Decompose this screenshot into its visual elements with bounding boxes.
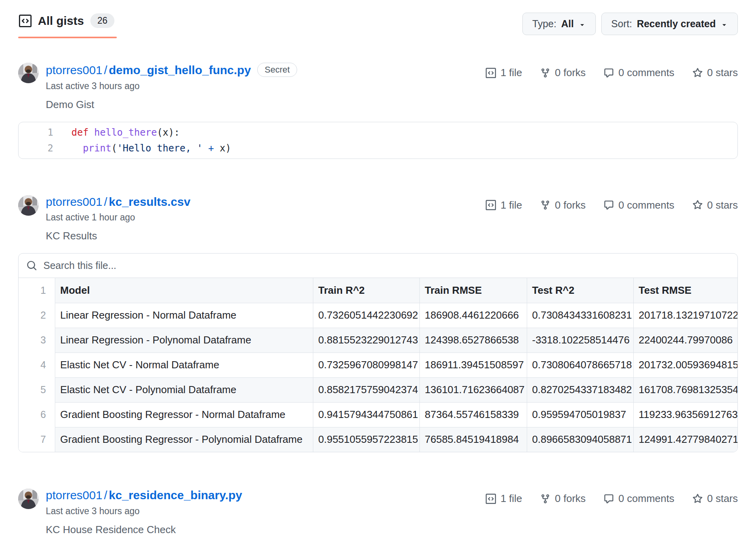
gist-item: ptorres001/kc_residence_binary.pyLast ac… <box>18 489 738 541</box>
search-icon <box>26 260 37 271</box>
row-number: 6 <box>19 402 55 427</box>
table-header-row: 1ModelTrain R^2Train RMSETest R^2Test RM… <box>19 278 738 303</box>
code-line: 2 print('Hello there, ' + x) <box>19 140 737 156</box>
gist-file-preview: 1ModelTrain R^2Train RMSETest R^2Test RM… <box>18 253 738 452</box>
table-cell: 136101.71623664087 <box>419 377 527 402</box>
comments-label: 0 comments <box>618 67 674 79</box>
table-cell: Linear Regression - Normal Dataframe <box>55 303 313 328</box>
user-avatar[interactable] <box>18 63 39 83</box>
gist-header: ptorres001/kc_results.csvLast active 1 h… <box>18 195 738 243</box>
table-cell: 0.8966583094058871 <box>527 427 633 452</box>
file-count-link[interactable]: 1 file <box>486 199 522 211</box>
repo-forked-icon <box>540 68 550 78</box>
gist-title: ptorres001/kc_residence_binary.py <box>46 489 242 502</box>
gist-header: ptorres001/demo_gist_hello_func.pySecret… <box>18 63 738 111</box>
comment-icon <box>604 200 614 210</box>
last-active-text: Last active 3 hours ago <box>46 81 297 91</box>
row-number: 7 <box>19 427 55 452</box>
table-cell: 0.9415794344750861 <box>313 402 419 427</box>
comment-icon <box>604 68 614 78</box>
gist-count-badge: 26 <box>90 13 115 28</box>
line-number: 2 <box>19 140 53 156</box>
repo-forked-icon <box>540 494 550 504</box>
table-cell: 201718.13219710722 <box>633 303 738 328</box>
tab-label: All gists <box>38 14 84 28</box>
comments-link[interactable]: 0 comments <box>604 199 674 211</box>
file-count-label: 1 file <box>500 67 522 79</box>
column-header: Train RMSE <box>419 278 527 303</box>
stars-link[interactable]: 0 stars <box>692 67 738 79</box>
forks-link[interactable]: 0 forks <box>540 199 586 211</box>
user-avatar[interactable] <box>18 195 39 216</box>
page-header: All gists 26 Type: All Sort: Recently cr… <box>18 10 738 38</box>
gist-description: KC Results <box>46 230 191 242</box>
csv-table: 1ModelTrain R^2Train RMSETest R^2Test RM… <box>19 278 738 452</box>
forks-link[interactable]: 0 forks <box>540 67 586 79</box>
gist-owner-link[interactable]: ptorres001 <box>46 195 102 208</box>
sort-filter-button[interactable]: Sort: Recently created <box>601 13 738 35</box>
table-cell: Elastic Net CV - Normal Dataframe <box>55 353 313 377</box>
stars-label: 0 stars <box>707 492 738 505</box>
table-cell: Linear Regression - Polynomal Dataframe <box>55 328 313 353</box>
sort-filter-prefix: Sort: <box>611 18 632 30</box>
gist-info: ptorres001/kc_results.csvLast active 1 h… <box>46 195 191 243</box>
gist-file-link[interactable]: kc_residence_binary.py <box>109 489 242 502</box>
gist-item: ptorres001/kc_results.csvLast active 1 h… <box>18 195 738 453</box>
gist-file-link[interactable]: demo_gist_hello_func.py <box>109 63 251 76</box>
row-number: 1 <box>19 278 55 303</box>
gist-stats: 1 file0 forks0 comments0 stars <box>486 195 738 211</box>
comments-link[interactable]: 0 comments <box>604 67 674 79</box>
forks-link[interactable]: 0 forks <box>540 492 586 505</box>
title-separator: / <box>104 195 107 208</box>
table-row: 6Gradient Boosting Regressor - Normal Da… <box>19 402 738 427</box>
stars-link[interactable]: 0 stars <box>692 199 738 211</box>
file-count-label: 1 file <box>500 199 522 211</box>
gist-title: ptorres001/kc_results.csv <box>46 195 191 209</box>
gist-list: ptorres001/demo_gist_hello_func.pySecret… <box>18 63 738 541</box>
file-count-link[interactable]: 1 file <box>486 492 522 505</box>
star-icon <box>692 68 703 78</box>
user-avatar[interactable] <box>18 489 39 509</box>
table-cell: Elastic Net CV - Polynomial Dataframe <box>55 377 313 402</box>
sort-filter-value: Recently created <box>637 18 716 30</box>
repo-forked-icon <box>540 200 550 210</box>
table-cell: Gradient Boosting Regressor - Normal Dat… <box>55 402 313 427</box>
table-row: 2Linear Regression - Normal Dataframe0.7… <box>19 303 738 328</box>
tab-all-gists[interactable]: All gists 26 <box>18 10 117 38</box>
code-square-icon <box>486 68 496 78</box>
type-filter-prefix: Type: <box>532 18 556 30</box>
file-count-label: 1 file <box>500 492 522 505</box>
gist-owner-link[interactable]: ptorres001 <box>46 63 102 76</box>
table-cell: 0.8270254337183482 <box>527 377 633 402</box>
table-cell: 201732.00593694815 <box>633 353 738 377</box>
comments-label: 0 comments <box>618 199 674 211</box>
gist-file-link[interactable]: kc_results.csv <box>109 195 191 208</box>
gist-title: ptorres001/demo_gist_hello_func.pySecret <box>46 63 297 77</box>
gist-header: ptorres001/kc_residence_binary.pyLast ac… <box>18 489 738 536</box>
file-count-link[interactable]: 1 file <box>486 67 522 79</box>
last-active-text: Last active 1 hour ago <box>46 212 191 223</box>
code-square-icon <box>486 494 496 504</box>
table-cell: 0.7325967080998147 <box>313 353 419 377</box>
gist-item: ptorres001/demo_gist_hello_func.pySecret… <box>18 63 738 159</box>
code-square-icon <box>19 15 32 27</box>
type-filter-button[interactable]: Type: All <box>522 13 596 35</box>
code-text: print('Hello there, ' + x) <box>53 140 231 156</box>
gist-owner-link[interactable]: ptorres001 <box>46 489 102 502</box>
table-row: 5Elastic Net CV - Polynomial Dataframe0.… <box>19 377 738 402</box>
gist-stats: 1 file0 forks0 comments0 stars <box>486 63 738 79</box>
table-cell: 0.8582175759042374 <box>313 377 419 402</box>
comment-icon <box>604 494 614 504</box>
star-icon <box>692 494 703 504</box>
star-icon <box>692 200 703 210</box>
table-row: 4Elastic Net CV - Normal Dataframe0.7325… <box>19 353 738 377</box>
file-search-input[interactable] <box>43 260 730 271</box>
gist-info: ptorres001/demo_gist_hello_func.pySecret… <box>46 63 297 111</box>
stars-link[interactable]: 0 stars <box>692 492 738 505</box>
stars-label: 0 stars <box>707 199 738 211</box>
table-cell: 161708.76981325354 <box>633 377 738 402</box>
gist-code-preview[interactable]: 1def hello_there(x):2 print('Hello there… <box>18 122 738 159</box>
table-cell: -3318.102258514476 <box>527 328 633 353</box>
comments-link[interactable]: 0 comments <box>604 492 674 505</box>
table-cell: 186911.39451508597 <box>419 353 527 377</box>
